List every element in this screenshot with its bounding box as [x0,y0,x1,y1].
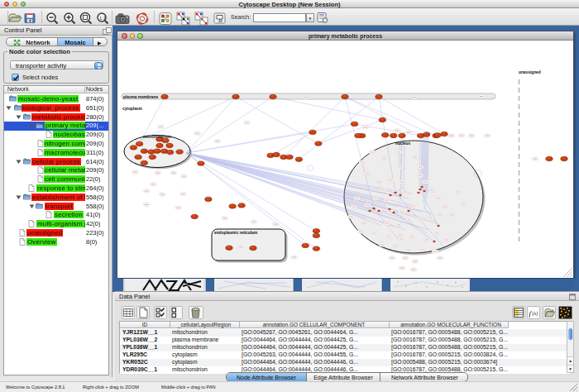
svg-text:plasma membrane: plasma membrane [123,94,158,98]
svg-text:1:1: 1:1 [99,16,106,21]
svg-text:cytoplasm: cytoplasm [122,107,142,111]
svg-text:endoplasmic reticulum: endoplasmic reticulum [214,231,257,235]
svg-text:mitochondrion: mitochondrion [143,135,171,139]
svg-text:unassigned: unassigned [519,70,541,74]
svg-text:nucleus: nucleus [395,141,410,146]
svg-text:(x): (x) [533,311,538,317]
